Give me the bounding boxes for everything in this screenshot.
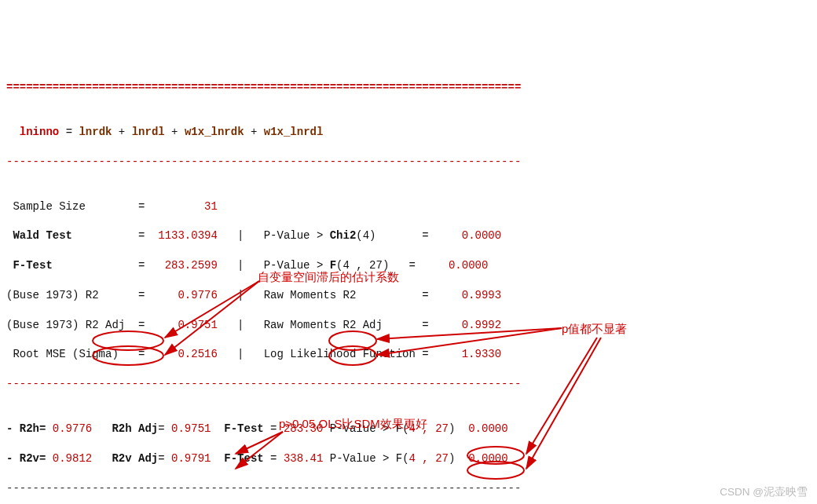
rule-dash-2: ----------------------------------------… [6,377,811,392]
plus: + [244,126,264,138]
hv: 0.0000 [468,452,507,465]
a: - R2v= [6,452,53,465]
log-likelihood: Log Likelihood Function = [264,348,462,360]
label: F-Test [6,259,53,272]
sep: | [218,348,264,360]
cv: 0.9791 [171,452,211,465]
sep: | [218,319,264,331]
annotation-lag-coeff: 自变量空间滞后的估计系数 [258,269,399,285]
mid: = [72,229,158,242]
d: F-Test [211,422,263,435]
tail: = [376,229,462,242]
pvalue: 0.0000 [462,229,501,242]
label: Root MSE (Sigma) = [6,348,178,360]
av: 0.9812 [53,452,92,465]
eq-t3: w1x_lnrdk [185,126,244,138]
value: 0.9751 [178,319,217,331]
annotation-ols-better: p>0.05,OLS比SDM效果更好 [279,416,427,432]
eq-op: = [59,126,79,138]
watermark: CSDN @泥壶映雪 [720,485,808,499]
d: F-Test [211,452,263,465]
rvalue: 0.9992 [462,319,501,331]
av: 0.9776 [53,422,92,435]
c: = [158,422,171,435]
h: ) [449,422,468,435]
sample-size-row: Sample Size = 31 [6,199,811,214]
label: Wald Test [6,229,72,242]
b: R2h Adj [92,422,158,435]
f-test-row: F-Test = 283.2599 | P-Value > F(4 , 27) … [6,258,811,273]
sep: | [218,289,264,301]
e: = [264,452,284,465]
mid: = [53,259,165,272]
eq-t1: lnrdk [79,126,112,138]
f: P-Value > F( [323,452,408,465]
label: (Buse 1973) R2 Adj = [6,319,178,331]
c: = [158,452,171,465]
plus: + [165,126,185,138]
rule-dash-1: ----------------------------------------… [6,155,811,170]
value: 31 [204,200,218,213]
value: 0.9776 [178,289,217,301]
ev: 338.41 [284,452,323,465]
raw-moments-adj: Raw Moments R2 Adj [264,319,383,331]
sep: | [218,229,264,242]
root-mse-row: Root MSE (Sigma) = 0.2516 | Log Likeliho… [6,347,811,362]
rule-top: ========================================… [6,80,811,95]
tail: = [356,289,461,301]
value: 0.2516 [178,348,217,360]
wald-test-row: Wald Test = 1133.0394 | P-Value > Chi2(4… [6,228,811,243]
raw-moments: Raw Moments R2 [264,289,357,301]
args: (4) [356,229,376,242]
buse-r2-row: (Buse 1973) R2 = 0.9776 | Raw Moments R2… [6,288,811,303]
value: 283.2599 [165,259,218,272]
annotation-p-not-sig: p值都不显著 [562,321,627,337]
r2v-row: - R2v= 0.9812 R2v Adj= 0.9791 F-Test = 3… [6,451,811,466]
plus: + [112,126,131,138]
rvalue: 1.9330 [462,348,501,360]
g: 4 , 27 [409,452,449,465]
eq-t2: lnrdl [132,126,165,138]
equation-line: lninno = lnrdk + lnrdl + w1x_lnrdk + w1x… [6,125,811,140]
stat: Chi2 [330,229,357,242]
tail: = [383,319,462,331]
b: R2v Adj [92,452,158,465]
rvalue: 0.9993 [462,289,501,301]
label: (Buse 1973) R2 = [6,289,178,301]
a: - R2h= [6,422,53,435]
eq-t4: w1x_lnrdl [264,126,324,138]
hv: 0.0000 [468,422,507,435]
pvalue: 0.0000 [449,259,488,272]
rule-table-top: ----------------------------------------… [6,481,811,496]
h: ) [449,452,468,465]
cv: 0.9751 [171,422,211,435]
sep: | [218,259,264,272]
value: 1133.0394 [158,229,218,242]
buse-r2adj-row: (Buse 1973) R2 Adj = 0.9751 | Raw Moment… [6,318,811,333]
pvalue-label: P-Value > [264,229,330,242]
label: Sample Size = [6,200,204,213]
eq-lhs: lninno [20,126,59,138]
